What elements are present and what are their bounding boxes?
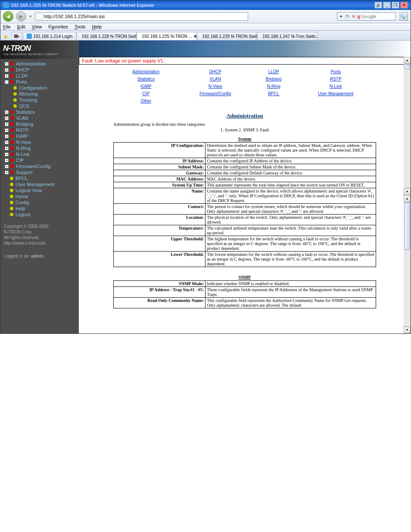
nav-support[interactable]: +Support [1,169,78,175]
nav-logout[interactable]: Logout [1,212,78,218]
tab-0[interactable]: 192.168.1.214 Login [23,32,76,40]
maximize-button[interactable]: ❐ [392,2,399,9]
key: Name: [114,188,206,204]
expand-icon[interactable]: + [5,152,9,156]
link-rstp[interactable]: RSTP [330,77,342,81]
menu-help[interactable]: Help [92,24,102,29]
search-button[interactable]: 🔍▾ [399,12,408,21]
tab-1[interactable]: 192.168.1.228 N-TRON Swit... [76,32,137,40]
nav-tree: +Administration +DHCP +LLDP −Ports Confi… [0,59,79,219]
url-input[interactable] [44,14,247,19]
link-user-management[interactable]: User Management [318,91,353,96]
search-dd-icon[interactable]: ▼ [337,15,345,19]
link-other[interactable]: Other [140,99,151,103]
main-scrollbar[interactable]: ▴ ▾ ▴ ▾ [404,57,411,333]
refresh-icon[interactable]: ↻ [346,14,350,19]
expand-icon[interactable]: + [5,68,9,72]
stop-icon[interactable]: ✕ [352,14,355,19]
link-nview[interactable]: N-View [209,84,222,89]
expand-icon[interactable]: + [5,159,9,162]
menu-view[interactable]: View [32,24,42,29]
close-button[interactable]: ✕ [400,2,408,9]
link-statistics[interactable]: Statistics [137,77,155,81]
nav-administration[interactable]: +Administration [1,61,78,67]
scroll-up-button[interactable]: ▴ [404,57,411,64]
tab-close-icon[interactable]: ✕ [193,34,197,39]
tab-2-active[interactable]: 192.168.1.225 N-TRON ... ✕ [137,32,197,40]
nav-cip[interactable]: +CIP [1,157,78,163]
link-vlan[interactable]: VLAN [210,77,221,81]
menu-edit[interactable]: Edit [17,24,25,29]
nav-ports[interactable]: −Ports [1,79,78,85]
nav-nlink[interactable]: +N-Link [1,151,78,157]
expand-icon[interactable]: − [5,80,9,84]
search-box[interactable]: ▼ ↻ ✕ g [337,12,396,21]
search-input[interactable] [361,14,395,19]
nav-dhcp[interactable]: +DHCP [1,67,78,73]
scroll-down-button-2[interactable]: ▾ [404,327,411,333]
link-nlink[interactable]: N-Link [330,84,342,89]
expand-icon[interactable]: + [5,110,9,114]
nav-igmp[interactable]: +IGMP [1,133,78,139]
minimize-button[interactable]: _ [383,2,391,9]
content-area: N-TRON THE INDUSTRIAL NETWORK COMPANY +A… [0,40,411,333]
nav-logical-view[interactable]: Logical View [1,187,78,193]
expand-icon[interactable]: + [5,116,9,120]
speaker-button[interactable]: 🔊 [374,2,382,9]
scroll-up-button-2[interactable]: ▴ [404,195,411,202]
nav-help[interactable]: Help [1,205,78,212]
expand-icon[interactable]: + [5,134,9,138]
link-igmp[interactable]: IGMP [140,84,152,89]
nav-ports-mirroring[interactable]: Mirroring [1,91,78,97]
scroll-thumb-2[interactable] [404,202,410,250]
nav-ports-qos[interactable]: QOS [1,103,78,109]
menu-tools[interactable]: Tools [75,24,86,29]
nav-rstp[interactable]: +RSTP [1,127,78,133]
link-cip[interactable]: CIP [142,91,149,96]
nav-ports-trunking[interactable]: Trunking [1,97,78,103]
expand-icon[interactable]: + [5,165,9,168]
nav-nview[interactable]: +N-View [1,139,78,145]
expand-icon[interactable]: + [5,171,9,174]
address-bar[interactable] [35,12,248,21]
link-nring[interactable]: N-Ring [267,84,280,89]
browser-window: 192.168.1.225 N-TRON Switch fd:57:e8 - W… [0,0,411,334]
link-bpcl[interactable]: BPCL [268,91,279,96]
nav-ports-config[interactable]: Configuration [1,85,78,91]
scroll-down-button[interactable]: ▾ [404,188,411,195]
nav-firmware[interactable]: +Firmware/Config [1,163,78,169]
nav-lldp[interactable]: +LLDP [1,73,78,79]
nav-nring[interactable]: +N-Ring [1,145,78,151]
link-firmware[interactable]: Firmware/Config [199,91,231,96]
nav-home[interactable]: Home [1,193,78,199]
expand-icon[interactable]: + [5,146,9,150]
nav-bridging[interactable]: +Bridging [1,121,78,127]
link-lldp[interactable]: LLDP [268,69,279,74]
expand-icon[interactable]: + [5,74,9,78]
scroll-thumb-1[interactable] [404,64,410,69]
expand-icon[interactable]: + [5,62,9,66]
nav-vlan[interactable]: +VLAN [1,115,78,121]
nav-bpcl[interactable]: BPCL [1,175,78,181]
expand-icon[interactable]: + [5,128,9,132]
google-icon: g [357,14,360,19]
menu-favorites[interactable]: Favorites [49,24,68,29]
nav-statistics[interactable]: +Statistics [1,109,78,115]
back-button[interactable]: ◄ [3,11,13,22]
link-bridging[interactable]: Bridging [266,77,282,81]
menu-file[interactable]: File [3,24,11,29]
dropdown-arrow-icon[interactable]: ▼ [29,15,32,19]
link-dhcp[interactable]: DHCP [209,69,221,74]
link-administration[interactable]: Administration [132,69,159,74]
tab-3[interactable]: 192.168.1.229 N-TRON Swit... [197,32,257,40]
bullet-icon [10,207,13,210]
tab-4[interactable]: 192.168.1.247 N-Tron Switc... [257,32,318,40]
forward-button[interactable]: ► [16,11,26,22]
favorites-star-icon[interactable]: ★ [3,33,10,40]
nav-config[interactable]: Config [1,199,78,205]
link-ports[interactable]: Ports [331,69,341,74]
expand-icon[interactable]: + [5,140,9,144]
expand-icon[interactable]: + [5,122,9,126]
nav-user-management[interactable]: User Management [1,181,78,187]
favorites-grid-icon[interactable]: ▦▾ [12,32,22,40]
